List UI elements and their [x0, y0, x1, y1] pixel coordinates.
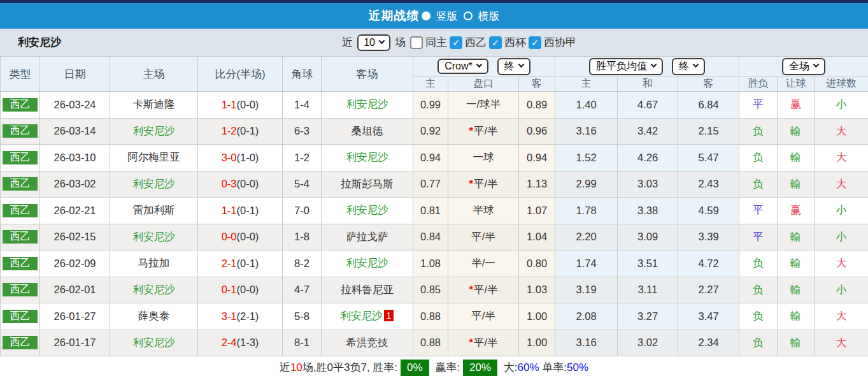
avg-time-select[interactable]: 终: [672, 58, 705, 75]
checkbox-checked[interactable]: ✓: [529, 36, 541, 49]
summary-text: 赢率:: [432, 360, 460, 375]
cell-avg-home: 3.16: [555, 118, 618, 145]
header-corners: 角球: [283, 57, 322, 92]
cell-crow-home-odds: 0.94: [413, 145, 448, 171]
page-title: 近期战绩: [369, 8, 420, 24]
checkbox-label[interactable]: 西乙: [465, 35, 487, 50]
cell-date: 26-03-24: [40, 92, 110, 119]
cell-home-team: 阿尔梅里亚: [110, 145, 198, 171]
cell-score: 0-3(0-0): [198, 171, 283, 198]
cell-avg-away: 2.43: [678, 171, 739, 198]
header-home: 主场: [110, 57, 198, 92]
summary-text: 大:: [501, 360, 517, 375]
checkbox-unchecked[interactable]: [410, 36, 423, 49]
radio-vertical-label[interactable]: 竖版: [436, 9, 458, 24]
cell-goals-result: 大: [815, 145, 868, 171]
star-icon: *: [469, 284, 473, 295]
cell-result: 负: [739, 251, 778, 277]
cell-avg-away: 4.59: [678, 198, 739, 224]
checkbox-label[interactable]: 西协甲: [544, 35, 576, 50]
cell-score: 3-1(2-1): [198, 303, 283, 330]
cell-result: 负: [739, 145, 778, 171]
match-count-select[interactable]: 10: [357, 34, 390, 51]
cell-corners: 5-4: [283, 171, 322, 198]
cell-away-team: 利安尼沙: [322, 251, 413, 277]
radio-horizontal-label[interactable]: 横版: [478, 9, 500, 24]
cell-result: 平: [739, 198, 778, 224]
cell-handicap-result: 赢: [778, 92, 815, 119]
cell-away-team: 利安尼沙: [322, 92, 413, 119]
cell-crow-home-odds: 0.81: [413, 198, 448, 224]
star-icon: *: [469, 178, 473, 189]
cell-result: 负: [739, 118, 778, 145]
cell-result: 负: [739, 330, 778, 356]
table-row: 西乙26-02-21雷加利斯1-1(0-1)7-0利安尼沙0.81半球1.071…: [1, 198, 868, 224]
cell-goals-result: 大: [815, 303, 868, 330]
header-score: 比分(半场): [198, 57, 283, 92]
crow-time-select[interactable]: 终: [497, 58, 530, 75]
cell-home-team: 卡斯迪隆: [110, 92, 198, 119]
cell-goals-result: 小: [815, 277, 868, 303]
league-filters: 同主✓西乙✓西杯✓西协甲: [410, 35, 576, 50]
checkbox-label[interactable]: 西杯: [504, 35, 526, 50]
radio-horizontal-layout[interactable]: [464, 11, 473, 20]
checkbox-checked[interactable]: ✓: [450, 36, 462, 49]
cell-league-type: 西乙: [1, 92, 40, 119]
cell-handicap-result: 赢: [778, 198, 815, 224]
cell-avg-away: 5.47: [678, 145, 739, 171]
cell-avg-draw: 3.09: [618, 224, 678, 251]
star-icon: *: [469, 337, 473, 348]
cell-corners: 6-3: [283, 118, 322, 145]
avg-odds-select[interactable]: 胜平负均值: [589, 58, 663, 75]
cell-crow-home-odds: 0.77: [413, 171, 448, 198]
cell-handicap-result: 輸: [778, 251, 815, 277]
cell-handicap-result: 輸: [778, 330, 815, 356]
cell-score: 1-1(0-0): [198, 92, 283, 119]
cell-avg-draw: 3.42: [618, 118, 678, 145]
cell-corners: 8-2: [283, 251, 322, 277]
checkbox-label[interactable]: 同主: [425, 35, 447, 50]
subheader-goals: 进球数: [815, 76, 868, 92]
subheader-avg-away: 客: [678, 76, 739, 92]
cell-league-type: 西乙: [1, 277, 40, 303]
bookmaker-select[interactable]: Crow*: [438, 59, 488, 74]
chevron-down-icon: [518, 61, 524, 68]
cell-league-type: 西乙: [1, 303, 40, 330]
cell-avg-home: 1.78: [555, 198, 618, 224]
cell-avg-home: 3.19: [555, 277, 618, 303]
radio-vertical-layout[interactable]: [422, 11, 430, 20]
header-date: 日期: [40, 57, 110, 92]
cell-away-team: 拉斯彭马斯: [322, 171, 413, 198]
checkbox-checked[interactable]: ✓: [489, 36, 502, 49]
subheader-avg-home: 主: [555, 76, 618, 92]
cell-crow-home-odds: 0.84: [413, 224, 448, 251]
cell-away-team: 拉科鲁尼亚: [322, 277, 413, 303]
cell-score: 2-4(1-3): [198, 330, 283, 356]
header-group-avg: 胜平负均值 终: [555, 57, 739, 76]
cell-avg-away: 6.84: [678, 92, 739, 119]
cell-score: 3-0(1-0): [198, 145, 283, 171]
table-row: 西乙26-02-09马拉加2-1(0-1)8-2利安尼沙1.08半/一0.801…: [1, 251, 868, 277]
cell-date: 26-03-02: [40, 171, 110, 198]
cell-date: 26-01-17: [40, 330, 110, 356]
cell-home-team: 薛奥泰: [110, 303, 198, 330]
cell-crow-away-odds: 0.94: [519, 145, 555, 171]
games-label: 场: [395, 35, 406, 50]
cell-date: 26-02-15: [40, 224, 110, 251]
summary-text: 50%: [567, 361, 588, 374]
cell-home-team: 利安尼沙: [110, 224, 198, 251]
cell-home-team: 利安尼沙: [110, 171, 198, 198]
header-type: 类型: [1, 57, 40, 92]
summary-bar: 近10场,胜0平3负7, 胜率:0% 赢率:20% 大:60% 单率:50%: [0, 356, 868, 378]
cell-avg-home: 3.16: [555, 330, 618, 356]
cell-corners: 8-1: [283, 330, 322, 356]
fulltime-select[interactable]: 全场: [782, 58, 825, 75]
cell-corners: 1-2: [283, 145, 322, 171]
table-row: 西乙26-02-01利安尼沙0-1(0-0)4-7拉科鲁尼亚0.85*平/半1.…: [1, 277, 868, 303]
cell-date: 26-03-10: [40, 145, 110, 171]
near-label: 近: [342, 35, 353, 50]
cell-crow-home-odds: 1.08: [413, 251, 448, 277]
chevron-down-icon: [651, 61, 657, 68]
subheader-avg-draw: 和: [618, 76, 678, 92]
cell-handicap: 平/半: [448, 224, 519, 251]
